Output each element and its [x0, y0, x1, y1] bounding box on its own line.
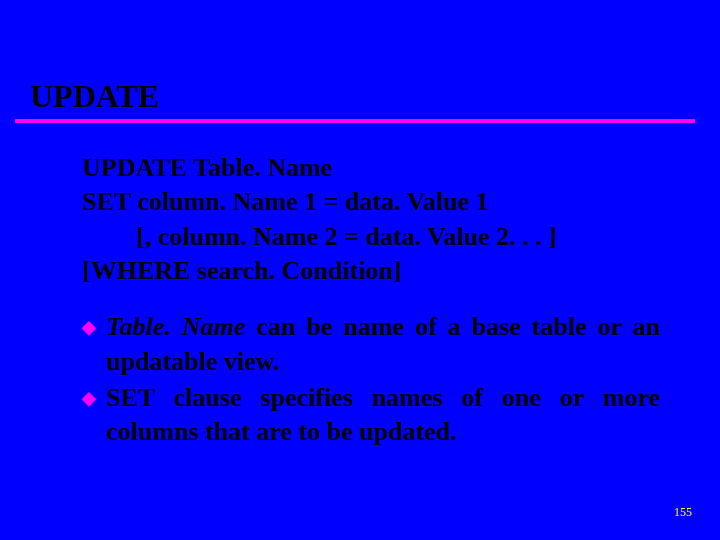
bullet-rest: SET clause specifies names of one or mor…	[106, 383, 660, 446]
bullet-text-2: SET clause specifies names of one or mor…	[106, 381, 660, 450]
syntax-block: UPDATE Table. Name SET column. Name 1 = …	[82, 151, 680, 288]
bullet-icon: ◆	[82, 316, 96, 340]
list-item: ◆ SET clause specifies names of one or m…	[82, 381, 660, 450]
syntax-line-3: [, column. Name 2 = data. Value 2. . . ]	[82, 220, 680, 254]
slide-title: UPDATE	[30, 78, 680, 121]
bullet-text-1: Table. Name can be name of a base table …	[106, 310, 660, 379]
bullet-list: ◆ Table. Name can be name of a base tabl…	[82, 310, 680, 449]
bullet-icon: ◆	[82, 387, 96, 411]
page-number: 155	[674, 505, 692, 520]
slide: UPDATE UPDATE Table. Name SET column. Na…	[0, 0, 720, 540]
bullet-lead-italic: Table. Name	[106, 312, 245, 341]
list-item: ◆ Table. Name can be name of a base tabl…	[82, 310, 660, 379]
syntax-line-2: SET column. Name 1 = data. Value 1	[82, 185, 680, 219]
syntax-line-4: [WHERE search. Condition]	[82, 254, 680, 288]
syntax-line-1: UPDATE Table. Name	[82, 151, 680, 185]
title-underline	[15, 119, 695, 123]
syntax-line-3-text: [, column. Name 2 = data. Value 2. . . ]	[82, 220, 557, 254]
